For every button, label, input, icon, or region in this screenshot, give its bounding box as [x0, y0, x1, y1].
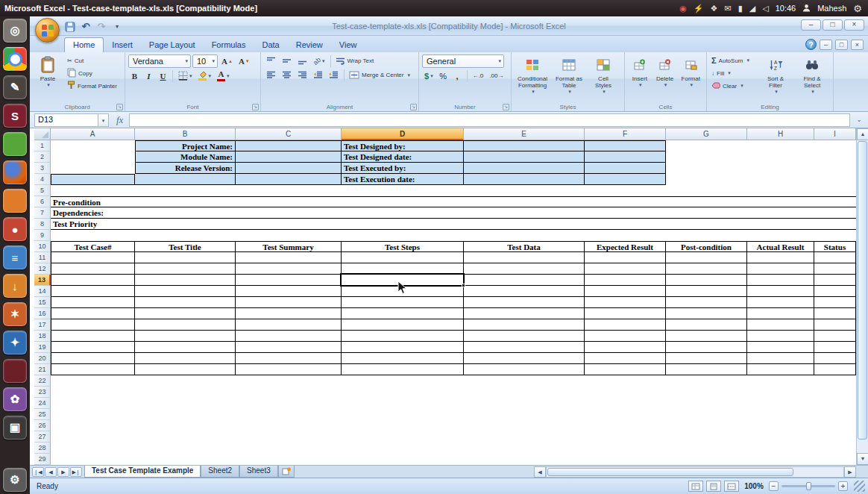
cell-G7[interactable]	[666, 207, 747, 219]
last-sheet-button[interactable]: ▶❘	[70, 467, 82, 477]
cell-G10[interactable]: Post-condition	[666, 241, 747, 252]
cell-F17[interactable]	[585, 319, 666, 331]
cell-F21[interactable]	[585, 364, 666, 375]
cell-E12[interactable]	[464, 263, 585, 275]
clear-button[interactable]: Clear ▾	[710, 80, 756, 92]
cell-A20[interactable]	[51, 353, 135, 364]
cell-G23[interactable]	[666, 387, 747, 398]
cell-A15[interactable]	[51, 297, 135, 308]
cell-D6[interactable]	[342, 196, 464, 207]
settings-gear-icon[interactable]: ⚙	[3, 468, 27, 492]
cell-E20[interactable]	[464, 353, 585, 364]
cell-C5[interactable]	[236, 185, 342, 196]
cell-G12[interactable]	[666, 263, 747, 275]
font-family-select[interactable]: Verdana ▾	[128, 54, 191, 68]
cell-H10[interactable]: Actual Result	[747, 241, 814, 252]
cell-G8[interactable]	[666, 219, 747, 230]
cell-D10[interactable]: Test Steps	[342, 241, 464, 252]
cell-B28[interactable]	[135, 443, 236, 454]
cell-B14[interactable]	[135, 286, 236, 297]
cell-H24[interactable]	[747, 398, 814, 409]
insert-function-button[interactable]: fx	[116, 114, 123, 126]
cell-F6[interactable]	[585, 196, 666, 207]
cell-H27[interactable]	[747, 431, 814, 443]
cell-B1[interactable]: Project Name:	[135, 140, 236, 151]
cell-E17[interactable]	[464, 319, 585, 331]
scroll-down-button[interactable]: ▼	[857, 453, 868, 465]
cell-styles-button[interactable]: Cell Styles ▾	[588, 54, 619, 101]
autosum-button[interactable]: Σ AutoSum ▾	[710, 54, 756, 66]
align-middle-button[interactable]	[280, 54, 294, 67]
row-header-14[interactable]: 14	[34, 286, 51, 297]
cell-C6[interactable]	[236, 196, 342, 207]
redo-button[interactable]: ↷	[95, 20, 107, 33]
cell-H17[interactable]	[747, 319, 814, 331]
cell-A22[interactable]	[51, 375, 135, 387]
cell-E16[interactable]	[464, 308, 585, 319]
cell-F3[interactable]	[585, 163, 666, 174]
column-header-B[interactable]: B	[135, 128, 236, 140]
scroll-left-button[interactable]: ◀	[534, 466, 546, 478]
chrome-icon[interactable]	[3, 47, 27, 71]
cell-H18[interactable]	[747, 331, 814, 342]
column-header-G[interactable]: G	[666, 128, 747, 140]
cell-E29[interactable]	[464, 454, 585, 465]
cell-D27[interactable]	[342, 431, 464, 443]
cell-I22[interactable]	[814, 375, 856, 387]
cell-D1[interactable]: Test Designed by:	[342, 140, 464, 151]
cell-F9[interactable]	[585, 230, 666, 241]
cell-B24[interactable]	[135, 398, 236, 409]
cell-F13[interactable]	[585, 275, 666, 286]
cell-I4[interactable]	[814, 174, 856, 185]
battery-indicator-icon[interactable]: ▮	[738, 4, 743, 13]
cell-C23[interactable]	[236, 387, 342, 398]
scroll-right-button[interactable]: ▶	[844, 466, 856, 478]
session-gear-icon[interactable]: ⚙	[853, 4, 862, 13]
row-header-20[interactable]: 20	[34, 353, 51, 364]
cell-C12[interactable]	[236, 263, 342, 275]
cell-I11[interactable]	[814, 252, 856, 263]
column-header-E[interactable]: E	[464, 128, 585, 140]
row-header-29[interactable]: 29	[34, 454, 51, 465]
cell-E6[interactable]	[464, 196, 585, 207]
cell-G14[interactable]	[666, 286, 747, 297]
cell-D21[interactable]	[342, 364, 464, 375]
cell-B11[interactable]	[135, 252, 236, 263]
close-button[interactable]: ×	[844, 19, 864, 31]
column-header-F[interactable]: F	[585, 128, 666, 140]
fill-button[interactable]: ↓ Fill ▾	[710, 67, 756, 79]
row-header-13[interactable]: 13	[34, 275, 51, 286]
tab-view[interactable]: View	[331, 38, 365, 52]
align-center-button[interactable]	[280, 69, 294, 81]
cell-E26[interactable]	[464, 420, 585, 431]
cell-A12[interactable]	[51, 263, 135, 275]
align-bottom-button[interactable]	[295, 54, 309, 67]
cell-G4[interactable]	[666, 174, 747, 185]
cell-C17[interactable]	[236, 319, 342, 331]
cell-B15[interactable]	[135, 297, 236, 308]
delete-cells-button[interactable]: Delete ▾	[653, 54, 677, 101]
cell-B17[interactable]	[135, 319, 236, 331]
decrease-decimal-button[interactable]: .00→	[487, 69, 506, 82]
sort-filter-button[interactable]: AZ Sort & Filter ▾	[758, 54, 793, 101]
cell-E23[interactable]	[464, 387, 585, 398]
row-header-19[interactable]: 19	[34, 342, 51, 353]
cell-F5[interactable]	[585, 185, 666, 196]
cell-A18[interactable]	[51, 331, 135, 342]
cell-B21[interactable]	[135, 364, 236, 375]
normal-view-button[interactable]	[688, 481, 703, 492]
cell-C29[interactable]	[236, 454, 342, 465]
cell-I6[interactable]	[814, 196, 856, 207]
horizontal-scroll-thumb[interactable]	[547, 468, 793, 476]
tab-review[interactable]: Review	[288, 38, 331, 52]
cell-D28[interactable]	[342, 443, 464, 454]
cell-C9[interactable]	[236, 230, 342, 241]
cell-E21[interactable]	[464, 364, 585, 375]
cell-A2[interactable]	[51, 151, 135, 163]
cell-E15[interactable]	[464, 297, 585, 308]
cell-D19[interactable]	[342, 342, 464, 353]
green-app-icon[interactable]	[3, 132, 27, 156]
sheet-tab-sheet3[interactable]: Sheet3	[239, 466, 278, 478]
cell-B10[interactable]: Test Title	[135, 241, 236, 252]
cell-I12[interactable]	[814, 263, 856, 275]
